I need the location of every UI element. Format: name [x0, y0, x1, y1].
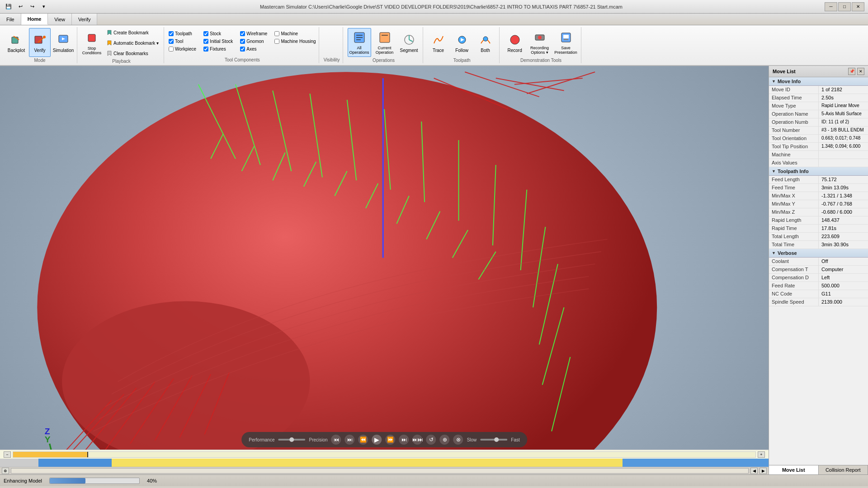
workpiece-checkbox-row[interactable]: Workpiece — [169, 45, 196, 52]
save-presentation-button[interactable]: SavePresentation — [554, 28, 578, 57]
options-btn-1[interactable]: ⊕ — [440, 435, 450, 445]
step-fwd-button[interactable]: ⏩ — [386, 435, 396, 445]
fixtures-checkbox-row[interactable]: Fixtures — [203, 45, 233, 52]
prev-operation-button[interactable]: ⏭ — [345, 435, 355, 445]
minimize-button[interactable]: ─ — [825, 2, 837, 11]
follow-button[interactable]: Follow — [451, 28, 473, 57]
save-presentation-icon — [559, 30, 573, 45]
machine-checkbox-row[interactable]: Machine — [274, 30, 316, 37]
skip-to-start-button[interactable]: ⏮ — [331, 435, 341, 445]
toolpath-checkbox-row[interactable]: Toolpath — [169, 30, 196, 37]
auto-bookmark-button[interactable]: Automatic Bookmark ▾ — [104, 38, 161, 47]
fixtures-checkbox[interactable] — [203, 47, 208, 52]
info-row-tool-tip-pos: Tool Tip Position 1.348; 0.094; 6.000 — [769, 143, 868, 151]
wireframe-checkbox[interactable] — [240, 31, 245, 36]
verify-button[interactable]: Verify — [29, 28, 51, 57]
clear-bookmarks-button[interactable]: Clear Bookmarks — [104, 49, 161, 58]
info-row-feed-time: Feed Time 3min 13.09s — [769, 184, 868, 192]
recording-options-icon — [533, 30, 547, 45]
step-back-button[interactable]: ⏪ — [359, 435, 368, 445]
playback-group-label: Playback — [112, 59, 131, 64]
stop-conditions-button[interactable]: Stop Conditions — [82, 28, 102, 57]
info-row-minmax-x: Min/Max X -1.321 / 1.348 — [769, 192, 868, 200]
timeline-zoom-in[interactable]: + — [758, 451, 765, 458]
tab-move-list[interactable]: Move List — [769, 465, 819, 474]
tool-checkbox-row[interactable]: Tool — [169, 38, 196, 45]
info-row-spindle-speed: Spindle Speed 2139.000 — [769, 298, 868, 306]
speed-slider[interactable] — [480, 439, 507, 441]
quick-access-undo[interactable]: ↩ — [15, 2, 25, 11]
stock-checkbox[interactable] — [203, 31, 208, 36]
machine-housing-checkbox[interactable] — [274, 39, 279, 44]
move-info-section-header[interactable]: ▼ Move Info — [769, 77, 868, 86]
timeline-scrubber[interactable] — [13, 451, 756, 458]
status-bar: Enhancing Model 40% — [0, 474, 868, 486]
follow-icon — [455, 33, 469, 47]
loop-button[interactable]: ↺ — [426, 435, 436, 445]
workpiece-checkbox[interactable] — [169, 47, 174, 52]
tool-checkbox[interactable] — [169, 39, 174, 44]
all-operations-button[interactable]: AllOperations — [348, 28, 371, 57]
panel-pin-button[interactable]: 📌 — [848, 68, 855, 75]
maximize-button[interactable]: □ — [838, 2, 851, 11]
gnomon-checkbox-row[interactable]: Gnomon — [240, 38, 267, 45]
options-btn-2[interactable]: ⊗ — [453, 435, 463, 445]
timeline-top[interactable]: − + — [0, 450, 769, 459]
tl-ctrl-2[interactable]: ◀ — [750, 468, 758, 474]
play-pause-button[interactable]: ▶ — [372, 435, 382, 445]
skip-to-end-button[interactable]: ⏭⏭ — [413, 435, 423, 445]
simulation-button[interactable]: Simulation — [52, 28, 74, 57]
toolpath-info-label: Toolpath Info — [778, 169, 809, 174]
toolpath-checkbox[interactable] — [169, 31, 174, 36]
slow-label: Slow — [467, 437, 477, 442]
tab-collision-report[interactable]: Collision Report — [819, 465, 868, 474]
machine-checkbox[interactable] — [274, 31, 279, 36]
toolpath-info-section-header[interactable]: ▼ Toolpath Info — [769, 167, 868, 176]
svg-point-14 — [483, 37, 488, 41]
tab-home[interactable]: Home — [21, 14, 48, 25]
record-button[interactable]: Record — [504, 28, 526, 57]
tab-verify[interactable]: Verify — [72, 14, 98, 25]
panel-bottom-tabs: Move List Collision Report — [769, 465, 868, 474]
quick-access-redo[interactable]: ↪ — [27, 2, 37, 11]
segment-icon — [402, 33, 416, 47]
current-operation-button[interactable]: CurrentOperation — [373, 28, 396, 57]
machine-housing-checkbox-row[interactable]: Machine Housing — [274, 38, 316, 45]
tl-zoom-bar[interactable] — [11, 468, 749, 474]
timeline-bar[interactable] — [0, 459, 769, 467]
move-info-arrow: ▼ — [772, 79, 776, 84]
recording-options-button[interactable]: RecordingOptions ▾ — [528, 28, 552, 57]
initial-stock-checkbox[interactable] — [203, 39, 208, 44]
stock-checkbox-row[interactable]: Stock — [203, 30, 233, 37]
tab-file[interactable]: File — [0, 14, 21, 25]
quick-access-save[interactable]: 💾 — [4, 2, 14, 11]
info-row-rapid-length: Rapid Length 148.437 — [769, 216, 868, 225]
tab-view[interactable]: View — [48, 14, 72, 25]
verbose-arrow: ▼ — [772, 251, 776, 255]
backplot-button[interactable]: Backplot — [5, 28, 27, 57]
quick-access-more[interactable]: ▾ — [39, 2, 49, 11]
trace-button[interactable]: Trace — [428, 28, 449, 57]
gnomon-checkbox[interactable] — [240, 39, 245, 44]
axes-checkbox[interactable] — [240, 47, 245, 52]
ribbon-tabs: File Home View Verify — [0, 14, 868, 25]
viewport[interactable]: X Y Z -X Performance Precision ⏮ ⏭ ⏪ ▶ ⏩… — [0, 66, 769, 474]
tl-ctrl-3[interactable]: ▶ — [760, 468, 767, 474]
segment-button[interactable]: Segment — [398, 28, 420, 57]
verbose-label: Verbose — [778, 250, 797, 256]
demonstration-group-label: Demonstration Tools — [520, 58, 561, 63]
wireframe-checkbox-row[interactable]: Wireframe — [240, 30, 267, 37]
initial-stock-checkbox-row[interactable]: Initial Stock — [203, 38, 233, 45]
create-bookmark-button[interactable]: Create Bookmark — [104, 28, 161, 37]
next-operation-button[interactable]: ⏭ — [399, 435, 409, 445]
both-button[interactable]: Both — [475, 28, 496, 57]
svg-point-17 — [538, 36, 542, 39]
info-row-total-time: Total Time 3min 30.90s — [769, 241, 868, 249]
close-button[interactable]: ✕ — [852, 2, 864, 11]
performance-slider[interactable] — [278, 439, 305, 441]
timeline-zoom-out[interactable]: − — [4, 451, 11, 458]
verbose-section-header[interactable]: ▼ Verbose — [769, 249, 868, 258]
panel-close-button[interactable]: ✕ — [857, 68, 864, 75]
tl-ctrl-1[interactable]: ⊕ — [2, 468, 9, 474]
axes-checkbox-row[interactable]: Axes — [240, 45, 267, 52]
